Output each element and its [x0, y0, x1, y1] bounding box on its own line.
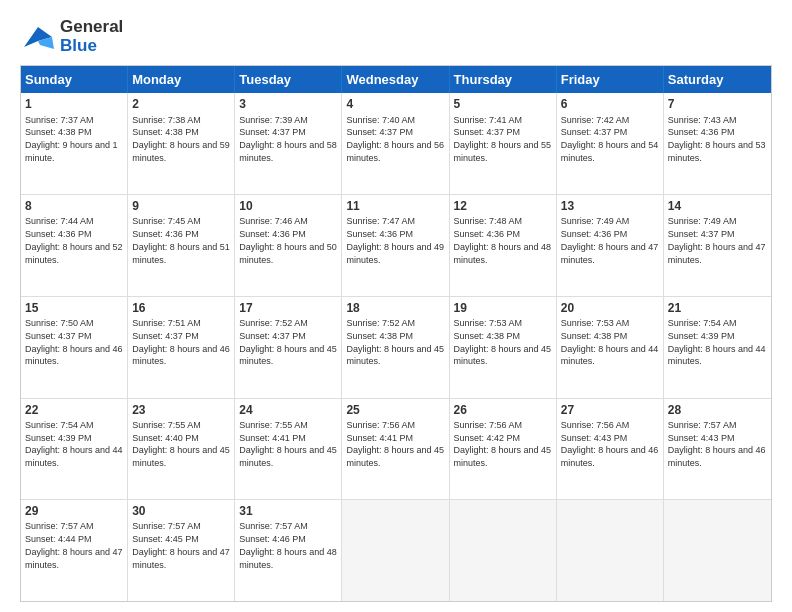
calendar-cell-13: 13Sunrise: 7:49 AMSunset: 4:36 PMDayligh… — [557, 195, 664, 296]
calendar-cell-10: 10Sunrise: 7:46 AMSunset: 4:36 PMDayligh… — [235, 195, 342, 296]
calendar-cell-19: 19Sunrise: 7:53 AMSunset: 4:38 PMDayligh… — [450, 297, 557, 398]
weekday-header-monday: Monday — [128, 66, 235, 93]
day-number: 9 — [132, 198, 230, 214]
daylight-info: Daylight: 8 hours and 52 minutes. — [25, 242, 123, 265]
sunrise-info: Sunrise: 7:37 AM — [25, 115, 94, 125]
calendar-cell-3: 3Sunrise: 7:39 AMSunset: 4:37 PMDaylight… — [235, 93, 342, 194]
sunset-info: Sunset: 4:37 PM — [239, 331, 306, 341]
calendar-cell-18: 18Sunrise: 7:52 AMSunset: 4:38 PMDayligh… — [342, 297, 449, 398]
sunrise-info: Sunrise: 7:52 AM — [239, 318, 308, 328]
calendar-cell-empty-4-5 — [557, 500, 664, 601]
daylight-info: Daylight: 8 hours and 45 minutes. — [132, 445, 230, 468]
daylight-info: Daylight: 8 hours and 53 minutes. — [668, 140, 766, 163]
logo-general: General — [60, 17, 123, 36]
calendar-page: General Blue SundayMondayTuesdayWednesda… — [0, 0, 792, 612]
sunrise-info: Sunrise: 7:53 AM — [454, 318, 523, 328]
daylight-info: Daylight: 8 hours and 47 minutes. — [132, 547, 230, 570]
sunset-info: Sunset: 4:36 PM — [132, 229, 199, 239]
page-header: General Blue — [20, 18, 772, 55]
daylight-info: Daylight: 8 hours and 54 minutes. — [561, 140, 659, 163]
calendar-cell-empty-4-6 — [664, 500, 771, 601]
sunrise-info: Sunrise: 7:43 AM — [668, 115, 737, 125]
daylight-info: Daylight: 8 hours and 48 minutes. — [239, 547, 337, 570]
daylight-info: Daylight: 8 hours and 59 minutes. — [132, 140, 230, 163]
sunset-info: Sunset: 4:36 PM — [346, 229, 413, 239]
weekday-header-friday: Friday — [557, 66, 664, 93]
sunset-info: Sunset: 4:38 PM — [561, 331, 628, 341]
daylight-info: Daylight: 8 hours and 45 minutes. — [239, 344, 337, 367]
sunrise-info: Sunrise: 7:57 AM — [239, 521, 308, 531]
calendar-cell-empty-4-4 — [450, 500, 557, 601]
sunrise-info: Sunrise: 7:54 AM — [668, 318, 737, 328]
calendar-cell-9: 9Sunrise: 7:45 AMSunset: 4:36 PMDaylight… — [128, 195, 235, 296]
sunrise-info: Sunrise: 7:56 AM — [454, 420, 523, 430]
calendar-table: SundayMondayTuesdayWednesdayThursdayFrid… — [20, 65, 772, 602]
sunset-info: Sunset: 4:41 PM — [346, 433, 413, 443]
calendar-cell-empty-4-3 — [342, 500, 449, 601]
daylight-info: Daylight: 8 hours and 58 minutes. — [239, 140, 337, 163]
calendar-row-5: 29Sunrise: 7:57 AMSunset: 4:44 PMDayligh… — [21, 499, 771, 601]
sunset-info: Sunset: 4:37 PM — [239, 127, 306, 137]
logo: General Blue — [20, 18, 123, 55]
calendar-cell-17: 17Sunrise: 7:52 AMSunset: 4:37 PMDayligh… — [235, 297, 342, 398]
weekday-header-tuesday: Tuesday — [235, 66, 342, 93]
daylight-info: Daylight: 8 hours and 46 minutes. — [668, 445, 766, 468]
calendar-cell-12: 12Sunrise: 7:48 AMSunset: 4:36 PMDayligh… — [450, 195, 557, 296]
sunrise-info: Sunrise: 7:51 AM — [132, 318, 201, 328]
day-number: 13 — [561, 198, 659, 214]
day-number: 14 — [668, 198, 767, 214]
daylight-info: Daylight: 8 hours and 47 minutes. — [25, 547, 123, 570]
daylight-info: Daylight: 8 hours and 44 minutes. — [25, 445, 123, 468]
weekday-header-wednesday: Wednesday — [342, 66, 449, 93]
sunset-info: Sunset: 4:43 PM — [561, 433, 628, 443]
sunrise-info: Sunrise: 7:49 AM — [561, 216, 630, 226]
calendar-cell-2: 2Sunrise: 7:38 AMSunset: 4:38 PMDaylight… — [128, 93, 235, 194]
sunset-info: Sunset: 4:38 PM — [25, 127, 92, 137]
day-number: 3 — [239, 96, 337, 112]
calendar-cell-6: 6Sunrise: 7:42 AMSunset: 4:37 PMDaylight… — [557, 93, 664, 194]
day-number: 2 — [132, 96, 230, 112]
sunrise-info: Sunrise: 7:56 AM — [346, 420, 415, 430]
calendar-cell-27: 27Sunrise: 7:56 AMSunset: 4:43 PMDayligh… — [557, 399, 664, 500]
sunrise-info: Sunrise: 7:53 AM — [561, 318, 630, 328]
day-number: 12 — [454, 198, 552, 214]
sunset-info: Sunset: 4:37 PM — [346, 127, 413, 137]
sunset-info: Sunset: 4:36 PM — [561, 229, 628, 239]
calendar-row-2: 8Sunrise: 7:44 AMSunset: 4:36 PMDaylight… — [21, 194, 771, 296]
calendar-header: SundayMondayTuesdayWednesdayThursdayFrid… — [21, 66, 771, 93]
daylight-info: Daylight: 8 hours and 45 minutes. — [239, 445, 337, 468]
sunset-info: Sunset: 4:38 PM — [454, 331, 521, 341]
sunset-info: Sunset: 4:39 PM — [25, 433, 92, 443]
calendar-cell-14: 14Sunrise: 7:49 AMSunset: 4:37 PMDayligh… — [664, 195, 771, 296]
calendar-cell-8: 8Sunrise: 7:44 AMSunset: 4:36 PMDaylight… — [21, 195, 128, 296]
day-number: 6 — [561, 96, 659, 112]
sunset-info: Sunset: 4:36 PM — [454, 229, 521, 239]
daylight-info: Daylight: 8 hours and 56 minutes. — [346, 140, 444, 163]
calendar-cell-11: 11Sunrise: 7:47 AMSunset: 4:36 PMDayligh… — [342, 195, 449, 296]
calendar-cell-25: 25Sunrise: 7:56 AMSunset: 4:41 PMDayligh… — [342, 399, 449, 500]
day-number: 23 — [132, 402, 230, 418]
sunrise-info: Sunrise: 7:50 AM — [25, 318, 94, 328]
day-number: 1 — [25, 96, 123, 112]
sunrise-info: Sunrise: 7:55 AM — [132, 420, 201, 430]
weekday-header-sunday: Sunday — [21, 66, 128, 93]
day-number: 17 — [239, 300, 337, 316]
calendar-cell-23: 23Sunrise: 7:55 AMSunset: 4:40 PMDayligh… — [128, 399, 235, 500]
sunset-info: Sunset: 4:39 PM — [668, 331, 735, 341]
day-number: 5 — [454, 96, 552, 112]
day-number: 28 — [668, 402, 767, 418]
calendar-cell-16: 16Sunrise: 7:51 AMSunset: 4:37 PMDayligh… — [128, 297, 235, 398]
sunrise-info: Sunrise: 7:41 AM — [454, 115, 523, 125]
calendar-cell-28: 28Sunrise: 7:57 AMSunset: 4:43 PMDayligh… — [664, 399, 771, 500]
sunrise-info: Sunrise: 7:44 AM — [25, 216, 94, 226]
day-number: 16 — [132, 300, 230, 316]
sunrise-info: Sunrise: 7:57 AM — [132, 521, 201, 531]
sunrise-info: Sunrise: 7:56 AM — [561, 420, 630, 430]
logo-blue: Blue — [60, 36, 97, 55]
sunrise-info: Sunrise: 7:38 AM — [132, 115, 201, 125]
sunrise-info: Sunrise: 7:42 AM — [561, 115, 630, 125]
sunset-info: Sunset: 4:43 PM — [668, 433, 735, 443]
calendar-cell-20: 20Sunrise: 7:53 AMSunset: 4:38 PMDayligh… — [557, 297, 664, 398]
calendar-row-4: 22Sunrise: 7:54 AMSunset: 4:39 PMDayligh… — [21, 398, 771, 500]
day-number: 31 — [239, 503, 337, 519]
